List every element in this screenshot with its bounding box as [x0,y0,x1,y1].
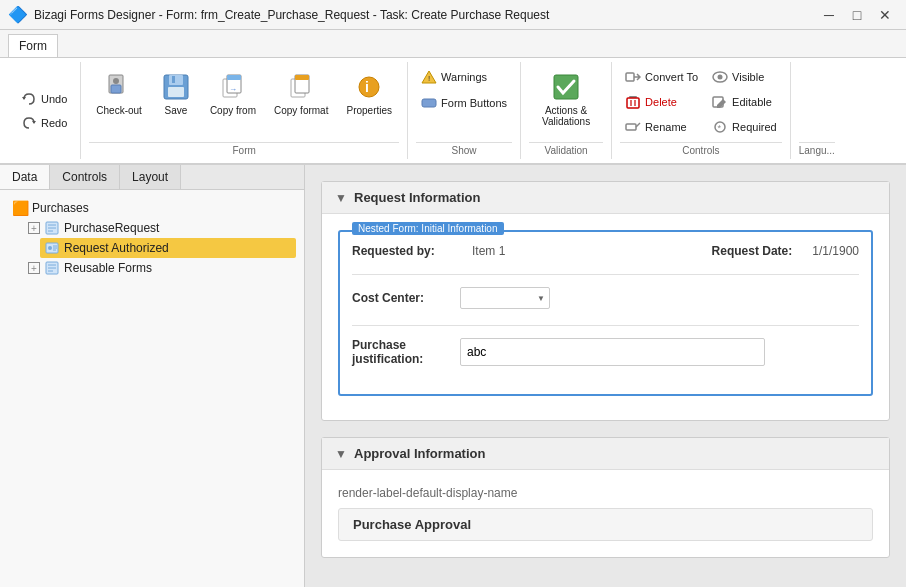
request-info-toggle[interactable]: ▼ [334,191,348,205]
svg-rect-20 [422,99,436,107]
approval-information-section: ▼ Approval Information render-label-defa… [321,437,890,558]
approval-info-toggle[interactable]: ▼ [334,447,348,461]
actions-validations-button[interactable]: Actions & Validations [529,66,603,132]
tree-item-purchase-request[interactable]: + PurchaseRequest [24,218,296,238]
save-icon [160,71,192,103]
title-bar-controls: ─ □ ✕ [816,4,898,26]
form-buttons-label: Form Buttons [441,97,507,109]
svg-point-30 [718,75,723,80]
tab-controls[interactable]: Controls [50,165,120,189]
rename-label: Rename [645,121,687,133]
reusable-forms-expand-icon: + [28,262,40,274]
svg-marker-0 [22,97,26,100]
cost-center-select-wrapper [460,287,550,309]
cost-center-select[interactable] [460,287,550,309]
form-buttons-icon [421,95,437,111]
request-info-header: ▼ Request Information [322,182,889,214]
rename-button[interactable]: Rename [620,116,703,138]
svg-text:i: i [365,79,369,95]
approval-info-body: render-label-default-display-name Purcha… [322,470,889,557]
main-layout: Data Controls Layout 🟧 Purchases + Purch… [0,165,906,587]
editable-label: Editable [732,96,772,108]
editable-button[interactable]: Editable [707,91,782,113]
visible-button[interactable]: Visible [707,66,782,88]
undo-button[interactable]: Undo [16,88,72,110]
ribbon-group-history: Undo Redo [8,62,81,159]
actions-validations-label: Actions & Validations [536,105,596,127]
svg-rect-11 [227,75,241,80]
visible-label: Visible [732,71,764,83]
left-panel: Data Controls Layout 🟧 Purchases + Purch… [0,165,305,587]
request-date-label: Request Date: [712,244,793,258]
purchase-justification-input[interactable] [460,338,765,366]
form-row-cost-center: Cost Center: [352,287,859,309]
convert-to-icon [625,69,641,85]
justification-label: justification: [352,352,452,366]
convert-to-button[interactable]: Convert To [620,66,703,88]
cost-center-label: Cost Center: [352,291,452,305]
copy-format-button[interactable]: Copy format [267,66,335,121]
close-button[interactable]: ✕ [872,4,898,26]
tab-form[interactable]: Form [8,34,58,57]
warnings-icon: ! [421,69,437,85]
ribbon-group-validation: Actions & Validations Validation [521,62,612,159]
warnings-label: Warnings [441,71,487,83]
tab-layout[interactable]: Layout [120,165,181,189]
editable-icon [712,94,728,110]
copy-format-icon [285,71,317,103]
svg-rect-7 [168,87,184,97]
redo-icon [21,115,37,131]
required-button[interactable]: * Required [707,116,782,138]
properties-button[interactable]: i Properties [339,66,399,121]
save-button[interactable]: Save [153,66,199,121]
svg-rect-24 [627,98,639,108]
tab-data[interactable]: Data [0,165,50,189]
show-group-items: ! Warnings Form Buttons [416,62,512,142]
nested-form-initial-info: Nested Form: Initial Information Request… [338,230,873,396]
save-label: Save [164,105,187,116]
warnings-button[interactable]: ! Warnings [416,66,512,88]
purchases-expand-icon: 🟧 [12,200,28,216]
rename-icon [625,119,641,135]
form-buttons-button[interactable]: Form Buttons [416,92,512,114]
svg-point-39 [48,246,52,250]
tree-item-purchases[interactable]: 🟧 Purchases [8,198,296,218]
svg-text:!: ! [428,74,430,83]
separator-1 [352,274,859,275]
delete-button[interactable]: Delete [620,91,703,113]
requested-by-value: Item 1 [472,244,505,258]
checkout-icon [103,71,135,103]
svg-rect-27 [626,124,636,130]
approval-info-title: Approval Information [354,446,485,461]
form-row-requested-by: Requested by: Item 1 Request Date: 1/1/1… [352,244,859,258]
tree-item-request-authorized[interactable]: Request Authorized [40,238,296,258]
redo-button[interactable]: Redo [16,112,72,134]
ribbon-group-language: Langu... [791,62,843,159]
actions-validations-icon [550,71,582,103]
svg-text:*: * [718,123,722,133]
copy-from-button[interactable]: → Copy from [203,66,263,121]
tree-item-reusable-forms[interactable]: + Reusable Forms [24,258,296,278]
checkout-label: Check-out [96,105,142,116]
minimize-button[interactable]: ─ [816,4,842,26]
request-authorized-icon [44,240,60,256]
ribbon-group-controls: Convert To Delete Rename [612,62,791,159]
purchase-request-label: PurchaseRequest [64,221,159,235]
ribbon-content: Undo Redo [0,57,906,163]
svg-text:→: → [229,85,237,94]
svg-point-4 [113,78,119,84]
request-authorized-label: Request Authorized [64,241,169,255]
tree-area: 🟧 Purchases + PurchaseRequest Request Au… [0,190,304,587]
form-group-label: Form [89,142,399,159]
ribbon-group-show: ! Warnings Form Buttons Show [408,62,521,159]
svg-rect-3 [111,85,121,93]
checkout-button[interactable]: Check-out [89,66,149,121]
convert-to-label: Convert To [645,71,698,83]
reusable-forms-icon [44,260,60,276]
request-info-title: Request Information [354,190,480,205]
validation-group-items: Actions & Validations [529,62,603,142]
form-group-items: Check-out Save [89,62,399,142]
maximize-button[interactable]: □ [844,4,870,26]
ribbon-group-form: Check-out Save [81,62,408,159]
purchases-label: Purchases [32,201,89,215]
